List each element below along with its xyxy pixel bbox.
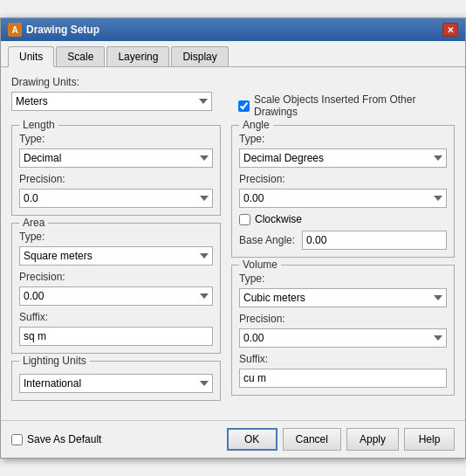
length-precision-label: Precision: (19, 173, 213, 185)
area-type-select[interactable]: Square meters (19, 246, 213, 266)
save-default-label: Save As Default (27, 433, 101, 445)
help-button[interactable]: Help (404, 428, 455, 451)
length-type-select[interactable]: Decimal (19, 148, 213, 168)
footer-buttons: OK Cancel Apply Help (227, 428, 455, 451)
lighting-units-select[interactable]: International (19, 374, 213, 393)
tab-content: Drawing Units: Meters Scale Objects Inse… (1, 67, 465, 417)
length-precision-row: Precision: 0.0 (19, 173, 213, 208)
right-column: Angle Type: Decimal Degrees Precision: 0… (231, 125, 455, 408)
save-default-checkbox[interactable] (11, 434, 23, 445)
tab-scale[interactable]: Scale (56, 46, 105, 66)
close-button[interactable]: ✕ (442, 23, 458, 37)
lighting-group-title: Lighting Units (19, 355, 90, 367)
area-type-row: Type: Square meters (19, 231, 213, 266)
clockwise-row: Clockwise (239, 213, 447, 225)
titlebar-left: A Drawing Setup (8, 23, 99, 37)
length-group: Length Type: Decimal Precision: 0.0 (11, 125, 221, 216)
tab-layering[interactable]: Layering (106, 46, 169, 66)
clockwise-label: Clockwise (255, 213, 302, 225)
area-group: Area Type: Square meters Precision: 0.00 (11, 223, 221, 354)
clockwise-checkbox[interactable] (239, 214, 250, 225)
angle-group: Angle Type: Decimal Degrees Precision: 0… (231, 125, 455, 258)
titlebar: A Drawing Setup ✕ (1, 18, 465, 41)
area-precision-select[interactable]: 0.00 (19, 286, 213, 306)
angle-precision-select[interactable]: 0.00 (239, 189, 447, 208)
volume-type-label: Type: (239, 272, 447, 285)
volume-group-title: Volume (239, 259, 281, 271)
ok-button[interactable]: OK (227, 428, 278, 451)
tab-display[interactable]: Display (171, 46, 228, 66)
volume-suffix-label: Suffix: (239, 353, 447, 365)
length-type-row: Type: Decimal (19, 133, 213, 168)
base-angle-input[interactable] (302, 231, 447, 250)
drawing-units-select[interactable]: Meters (11, 92, 212, 111)
area-suffix-label: Suffix: (19, 311, 213, 323)
drawing-setup-dialog: A Drawing Setup ✕ Units Scale Layering D… (0, 17, 466, 459)
angle-precision-row: Precision: 0.00 (239, 173, 447, 208)
length-group-title: Length (19, 119, 58, 131)
volume-suffix-row: Suffix: (239, 353, 447, 388)
volume-suffix-input[interactable] (239, 369, 447, 388)
volume-precision-label: Precision: (239, 313, 447, 325)
main-columns: Length Type: Decimal Precision: 0.0 (11, 125, 455, 408)
scale-objects-checkbox[interactable] (238, 100, 250, 112)
dialog-title: Drawing Setup (26, 24, 99, 36)
volume-precision-select[interactable]: 0.00 (239, 328, 447, 348)
angle-group-title: Angle (239, 119, 273, 131)
volume-type-row: Type: Cubic meters (239, 272, 447, 307)
area-suffix-row: Suffix: (19, 311, 213, 346)
cancel-button[interactable]: Cancel (283, 428, 341, 451)
footer-left: Save As Default (11, 433, 227, 445)
lighting-units-section: Lighting Units International (11, 361, 221, 401)
volume-group: Volume Type: Cubic meters Precision: 0.0… (231, 265, 455, 396)
footer: Save As Default OK Cancel Apply Help (1, 420, 465, 458)
app-icon: A (8, 23, 22, 37)
base-angle-row: Base Angle: (239, 231, 447, 250)
angle-type-select[interactable]: Decimal Degrees (239, 148, 447, 168)
left-column: Length Type: Decimal Precision: 0.0 (11, 125, 221, 408)
angle-type-row: Type: Decimal Degrees (239, 133, 447, 168)
volume-type-select[interactable]: Cubic meters (239, 288, 447, 307)
scale-objects-label: Scale Objects Inserted From Other Drawin… (254, 93, 455, 118)
angle-precision-label: Precision: (239, 173, 447, 185)
drawing-units-label: Drawing Units: (11, 76, 455, 88)
base-angle-label: Base Angle: (239, 234, 295, 246)
length-precision-select[interactable]: 0.0 (19, 189, 213, 208)
tab-bar: Units Scale Layering Display (1, 41, 465, 67)
lighting-group-box: Lighting Units International (11, 361, 221, 401)
volume-precision-row: Precision: 0.00 (239, 313, 447, 348)
apply-button[interactable]: Apply (346, 428, 399, 451)
area-precision-label: Precision: (19, 271, 213, 283)
scale-objects-row: Scale Objects Inserted From Other Drawin… (238, 93, 455, 118)
tab-units[interactable]: Units (8, 46, 54, 67)
area-suffix-input[interactable] (19, 327, 213, 346)
angle-type-label: Type: (239, 133, 447, 145)
area-type-label: Type: (19, 231, 213, 243)
length-type-label: Type: (19, 133, 213, 145)
area-group-title: Area (19, 217, 48, 229)
area-precision-row: Precision: 0.00 (19, 271, 213, 306)
